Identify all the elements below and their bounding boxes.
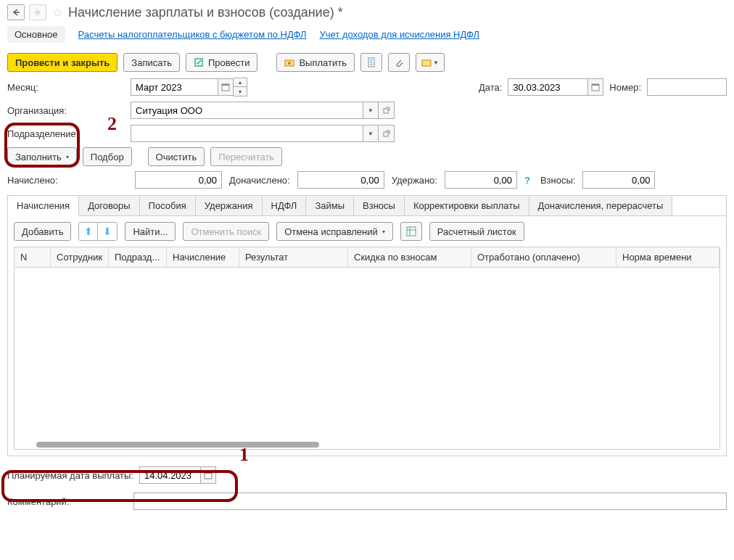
cancel-find-button[interactable]: Отменить поиск bbox=[183, 222, 269, 241]
find-label: Найти... bbox=[133, 226, 168, 237]
col-accrual[interactable]: Начисление bbox=[167, 247, 239, 267]
fill-button[interactable]: Заполнить ▾ bbox=[7, 147, 77, 166]
payout-icon bbox=[284, 57, 294, 67]
document-icon bbox=[366, 57, 376, 67]
chevron-down-icon: ▼ bbox=[368, 107, 374, 114]
save-button[interactable]: Записать bbox=[123, 53, 180, 72]
table-body bbox=[15, 268, 719, 442]
planned-date-label: Планируемая дата выплаты: bbox=[7, 470, 133, 481]
pick-button[interactable]: Подбор bbox=[83, 147, 132, 166]
arrow-down-icon: ⬇ bbox=[103, 226, 112, 237]
withheld-label: Удержано: bbox=[392, 175, 437, 186]
month-input[interactable] bbox=[131, 78, 218, 96]
month-calendar-button[interactable] bbox=[218, 78, 234, 96]
col-n[interactable]: N bbox=[15, 247, 51, 267]
date-input[interactable] bbox=[508, 78, 587, 96]
dept-label: Подразделение: bbox=[7, 128, 131, 139]
folder-icon bbox=[421, 57, 432, 67]
subtab-accruals[interactable]: Начисления bbox=[8, 196, 79, 216]
number-label: Номер: bbox=[609, 82, 641, 93]
arrow-right-icon bbox=[33, 9, 42, 16]
favorite-star-icon[interactable]: ☆ bbox=[51, 6, 64, 19]
post-and-close-label: Провести и закрыть bbox=[15, 57, 110, 68]
page-title: Начисление зарплаты и взносов (создание)… bbox=[68, 5, 343, 20]
external-icon bbox=[383, 130, 390, 137]
calendar-icon bbox=[591, 83, 600, 91]
payslip-label: Расчетный листок bbox=[437, 226, 516, 237]
number-input[interactable] bbox=[647, 78, 727, 96]
move-up-button[interactable]: ⬆ bbox=[79, 223, 98, 240]
stepper-down-icon[interactable]: ▼ bbox=[234, 87, 247, 96]
subtab-loans[interactable]: Займы bbox=[306, 196, 354, 215]
tab-main[interactable]: Основное bbox=[7, 26, 65, 43]
payout-button[interactable]: Выплатить bbox=[276, 53, 355, 72]
month-stepper[interactable]: ▲ ▼ bbox=[234, 78, 247, 96]
col-dept[interactable]: Подразд... bbox=[109, 247, 167, 267]
subtab-pay-corrections[interactable]: Корректировки выплаты bbox=[405, 196, 529, 215]
col-result[interactable]: Результат bbox=[239, 247, 348, 267]
cancel-corrections-button[interactable]: Отмена исправлений ▾ bbox=[276, 222, 393, 241]
month-label: Месяц: bbox=[7, 82, 131, 93]
subtab-benefits[interactable]: Пособия bbox=[140, 196, 196, 215]
nav-forward-button[interactable] bbox=[29, 4, 46, 20]
dept-dropdown-button[interactable]: ▼ bbox=[363, 125, 379, 142]
col-norm[interactable]: Норма времени bbox=[617, 247, 719, 267]
add-row-label: Добавить bbox=[22, 226, 63, 237]
help-icon[interactable]: ? bbox=[524, 175, 530, 186]
contrib-input[interactable] bbox=[582, 171, 655, 189]
org-open-button[interactable] bbox=[379, 102, 395, 119]
col-employee[interactable]: Сотрудник bbox=[51, 247, 109, 267]
subtab-ndfl[interactable]: НДФЛ bbox=[263, 196, 307, 215]
accrued-input[interactable] bbox=[135, 171, 222, 189]
nav-back-button[interactable] bbox=[7, 4, 25, 20]
subtab-contributions[interactable]: Взносы bbox=[354, 196, 405, 215]
move-down-button[interactable]: ⬇ bbox=[98, 223, 117, 240]
org-dropdown-button[interactable]: ▼ bbox=[363, 102, 379, 119]
post-button[interactable]: Провести bbox=[186, 53, 258, 72]
org-input[interactable] bbox=[131, 102, 363, 119]
accruals-table[interactable]: N Сотрудник Подразд... Начисление Резуль… bbox=[14, 247, 720, 450]
find-button[interactable]: Найти... bbox=[125, 222, 176, 241]
date-calendar-button[interactable] bbox=[587, 78, 603, 96]
accrued-label: Начислено: bbox=[7, 175, 131, 186]
save-label: Записать bbox=[131, 57, 172, 68]
stepper-up-icon[interactable]: ▲ bbox=[234, 78, 247, 87]
chevron-down-icon: ▾ bbox=[382, 228, 385, 235]
recalc-button[interactable]: Пересчитать bbox=[210, 147, 282, 166]
arrow-left-icon bbox=[12, 9, 20, 16]
subtab-extra-recalc[interactable]: Доначисления, перерасчеты bbox=[529, 196, 673, 215]
svg-rect-15 bbox=[384, 132, 388, 136]
attach-icon-button[interactable] bbox=[388, 53, 410, 72]
tab-ndfl-income[interactable]: Учет доходов для исчисления НДФЛ bbox=[319, 26, 479, 43]
chevron-down-icon: ▼ bbox=[368, 131, 374, 137]
payslip-button[interactable]: Расчетный листок bbox=[429, 222, 524, 241]
add-row-button[interactable]: Добавить bbox=[14, 222, 71, 241]
col-discount[interactable]: Скидка по взносам bbox=[348, 247, 471, 267]
col-worked[interactable]: Отработано (оплачено) bbox=[471, 247, 617, 267]
horizontal-scrollbar[interactable] bbox=[36, 442, 319, 448]
external-icon bbox=[383, 107, 390, 114]
cancel-find-label: Отменить поиск bbox=[191, 226, 261, 237]
report-icon-button[interactable] bbox=[360, 53, 382, 72]
svg-rect-20 bbox=[205, 472, 212, 474]
fill-label: Заполнить bbox=[15, 152, 62, 162]
comment-input[interactable] bbox=[133, 493, 727, 510]
planned-date-calendar-button[interactable] bbox=[200, 466, 216, 484]
withheld-input[interactable] bbox=[445, 171, 517, 189]
planned-date-input[interactable] bbox=[139, 466, 200, 484]
subtab-withholdings[interactable]: Удержания bbox=[196, 196, 263, 215]
show-details-button[interactable] bbox=[400, 222, 422, 241]
arrow-up-icon: ⬆ bbox=[84, 226, 93, 237]
svg-rect-14 bbox=[384, 109, 388, 113]
svg-point-4 bbox=[288, 62, 291, 65]
svg-rect-11 bbox=[222, 84, 229, 86]
dept-input[interactable] bbox=[131, 125, 363, 142]
tab-ndfl-budget[interactable]: Расчеты налогоплательщиков с бюджетом по… bbox=[78, 26, 307, 43]
clear-button[interactable]: Очистить bbox=[148, 147, 205, 166]
dept-open-button[interactable] bbox=[379, 125, 395, 142]
subtab-contracts[interactable]: Договоры bbox=[79, 196, 139, 215]
basis-icon-button[interactable]: ▼ bbox=[416, 53, 445, 72]
extra-accrued-input[interactable] bbox=[297, 171, 384, 189]
clear-label: Очистить bbox=[156, 152, 197, 162]
post-and-close-button[interactable]: Провести и закрыть bbox=[7, 53, 117, 72]
